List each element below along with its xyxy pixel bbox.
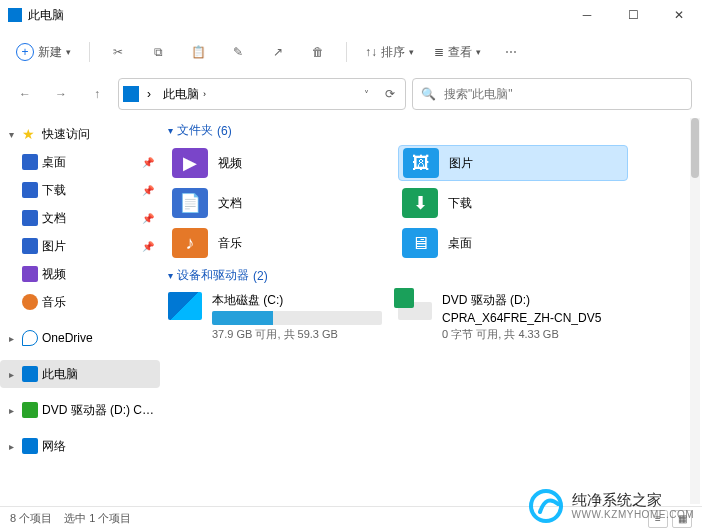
desktop-icon bbox=[22, 154, 38, 170]
drive-dvd[interactable]: DVD 驱动器 (D:) CPRA_X64FRE_ZH-CN_DV5 0 字节 … bbox=[398, 292, 628, 342]
folder-downloads[interactable]: ⬇下载 bbox=[398, 185, 628, 221]
sidebar-quickaccess[interactable]: ▾ ★ 快速访问 bbox=[0, 120, 160, 148]
scrollbar-thumb[interactable] bbox=[691, 118, 699, 178]
group-folders[interactable]: ▾文件夹 (6) bbox=[168, 122, 694, 139]
capacity-fill bbox=[212, 311, 273, 325]
status-count: 8 个项目 bbox=[10, 511, 52, 526]
forward-button[interactable]: → bbox=[46, 79, 76, 109]
folder-videos[interactable]: ▶视频 bbox=[168, 145, 398, 181]
watermark-main: 纯净系统之家 bbox=[572, 492, 694, 509]
star-icon: ★ bbox=[22, 126, 38, 142]
sort-button[interactable]: ↑↓ 排序 ▾ bbox=[357, 36, 422, 68]
refresh-button[interactable]: ⟳ bbox=[379, 87, 401, 101]
sidebar-item-desktop[interactable]: 桌面📌 bbox=[0, 148, 160, 176]
drive-local[interactable]: 本地磁盘 (C:) 37.9 GB 可用, 共 59.3 GB bbox=[168, 292, 398, 342]
main-pane: ▾文件夹 (6) ▶视频 🖼图片 📄文档 ⬇下载 ♪音乐 🖥桌面 ▾设备和驱动器… bbox=[160, 114, 702, 506]
sidebar-item-pictures[interactable]: 图片📌 bbox=[0, 232, 160, 260]
folder-tiles: ▶视频 🖼图片 📄文档 ⬇下载 ♪音乐 🖥桌面 bbox=[168, 143, 694, 263]
chevron-down-icon: ▾ bbox=[168, 270, 173, 281]
chevron-down-icon: ▾ bbox=[476, 47, 481, 57]
title-bar: 此电脑 ─ ☐ ✕ bbox=[0, 0, 702, 30]
more-icon: ⋯ bbox=[505, 45, 517, 59]
document-icon bbox=[22, 210, 38, 226]
folder-label: 音乐 bbox=[218, 235, 242, 252]
sidebar-label: 此电脑 bbox=[42, 366, 160, 383]
group-devices[interactable]: ▾设备和驱动器 (2) bbox=[168, 267, 694, 284]
folder-label: 桌面 bbox=[448, 235, 472, 252]
trash-icon: 🗑 bbox=[312, 45, 324, 59]
sidebar-item-label: 文档 bbox=[42, 210, 138, 227]
folder-desktop[interactable]: 🖥桌面 bbox=[398, 225, 628, 261]
chevron-right-icon: ▸ bbox=[4, 369, 18, 380]
breadcrumb-root[interactable]: 此电脑 › bbox=[159, 84, 210, 105]
folder-label: 图片 bbox=[449, 155, 473, 172]
search-icon: 🔍 bbox=[421, 87, 436, 101]
delete-button[interactable]: 🗑 bbox=[300, 36, 336, 68]
rename-button[interactable]: ✎ bbox=[220, 36, 256, 68]
drive-label: DVD 驱动器 (D:) bbox=[442, 292, 612, 309]
minimize-button[interactable]: ─ bbox=[564, 0, 610, 30]
window-icon bbox=[8, 8, 22, 22]
download-icon bbox=[22, 182, 38, 198]
share-icon: ↗ bbox=[273, 45, 283, 59]
sidebar-item-label: 图片 bbox=[42, 238, 138, 255]
document-folder-icon: 📄 bbox=[172, 188, 208, 218]
sidebar-item-label: 下载 bbox=[42, 182, 138, 199]
sidebar-item-music[interactable]: 音乐 bbox=[0, 288, 160, 316]
download-folder-icon: ⬇ bbox=[402, 188, 438, 218]
drive-meta: 0 字节 可用, 共 4.33 GB bbox=[442, 327, 612, 342]
folder-label: 文档 bbox=[218, 195, 242, 212]
sidebar-network[interactable]: ▸网络 bbox=[0, 432, 160, 460]
sidebar-label: 快速访问 bbox=[42, 126, 160, 143]
sidebar-item-videos[interactable]: 视频 bbox=[0, 260, 160, 288]
new-button[interactable]: + 新建 ▾ bbox=[8, 36, 79, 68]
group-count: (2) bbox=[253, 269, 268, 283]
sidebar-item-downloads[interactable]: 下载📌 bbox=[0, 176, 160, 204]
scrollbar[interactable] bbox=[690, 118, 700, 504]
breadcrumb-sep: › bbox=[143, 85, 155, 103]
chevron-right-icon: ▸ bbox=[4, 405, 18, 416]
search-input[interactable] bbox=[442, 86, 683, 102]
sidebar-label: OneDrive bbox=[42, 331, 160, 345]
sidebar-thispc[interactable]: ▸此电脑 bbox=[0, 360, 160, 388]
drive-meta: 37.9 GB 可用, 共 59.3 GB bbox=[212, 327, 382, 342]
folder-pictures[interactable]: 🖼图片 bbox=[398, 145, 628, 181]
address-bar[interactable]: › 此电脑 › ˅ ⟳ bbox=[118, 78, 406, 110]
view-button[interactable]: ≣ 查看 ▾ bbox=[426, 36, 489, 68]
rename-icon: ✎ bbox=[233, 45, 243, 59]
folder-music[interactable]: ♪音乐 bbox=[168, 225, 398, 261]
thispc-icon bbox=[123, 86, 139, 102]
window-title: 此电脑 bbox=[28, 7, 564, 24]
copy-button[interactable]: ⧉ bbox=[140, 36, 176, 68]
folder-label: 视频 bbox=[218, 155, 242, 172]
folder-documents[interactable]: 📄文档 bbox=[168, 185, 398, 221]
up-button[interactable]: ↑ bbox=[82, 79, 112, 109]
chevron-right-icon: ▸ bbox=[4, 333, 18, 344]
sort-icon: ↑↓ bbox=[365, 45, 377, 59]
sidebar-onedrive[interactable]: ▸OneDrive bbox=[0, 324, 160, 352]
search-box[interactable]: 🔍 bbox=[412, 78, 692, 110]
paste-button[interactable]: 📋 bbox=[180, 36, 216, 68]
sort-label: 排序 bbox=[381, 44, 405, 61]
watermark: 纯净系统之家 WWW.KZMYHOME.COM bbox=[528, 488, 694, 524]
sidebar-item-documents[interactable]: 文档📌 bbox=[0, 204, 160, 232]
drive-label: 本地磁盘 (C:) bbox=[212, 292, 382, 309]
sidebar-item-label: 音乐 bbox=[42, 294, 160, 311]
thispc-icon bbox=[22, 366, 38, 382]
more-button[interactable]: ⋯ bbox=[493, 36, 529, 68]
video-icon bbox=[22, 266, 38, 282]
group-label: 设备和驱动器 bbox=[177, 267, 249, 284]
cut-button[interactable]: ✂ bbox=[100, 36, 136, 68]
dvd-icon bbox=[22, 402, 38, 418]
share-button[interactable]: ↗ bbox=[260, 36, 296, 68]
sidebar-dvd[interactable]: ▸DVD 驱动器 (D:) CPRA_X64FRE_ZH-CN_DV5 bbox=[0, 396, 160, 424]
maximize-button[interactable]: ☐ bbox=[610, 0, 656, 30]
sidebar: ▾ ★ 快速访问 桌面📌 下载📌 文档📌 图片📌 视频 音乐 ▸OneDrive… bbox=[0, 114, 160, 506]
close-button[interactable]: ✕ bbox=[656, 0, 702, 30]
dvd-drive-icon bbox=[398, 292, 432, 320]
back-button[interactable]: ← bbox=[10, 79, 40, 109]
view-icon: ≣ bbox=[434, 45, 444, 59]
sidebar-item-label: 桌面 bbox=[42, 154, 138, 171]
chevron-down-icon[interactable]: ˅ bbox=[358, 89, 375, 100]
group-label: 文件夹 bbox=[177, 122, 213, 139]
